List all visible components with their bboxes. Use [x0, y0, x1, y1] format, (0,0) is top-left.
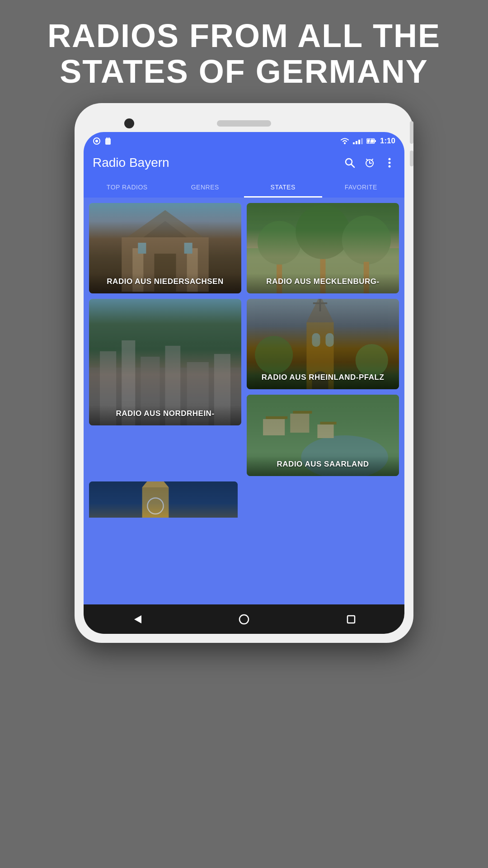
grid-item-rheinland[interactable]: RADIO AUS RHEINLAND-PFALZ — [247, 299, 399, 389]
svg-rect-56 — [266, 416, 287, 419]
page-title: RADIOS FROM ALL THE STATES OF GERMANY — [0, 0, 488, 103]
grid-item-mecklenburg[interactable]: RADIO AUS MECKLENBURG- — [247, 203, 399, 293]
title-line1: RADIOS FROM ALL THE — [47, 18, 441, 54]
phone-hardware-top — [84, 112, 404, 132]
grid-item-saarland[interactable]: RADIO AUS SAARLAND — [247, 395, 399, 476]
svg-line-17 — [371, 159, 373, 160]
tabs-bar: TOP RADIOS GENRES STATES FAVORITE — [84, 177, 404, 198]
svg-point-30 — [258, 221, 301, 264]
battery-icon — [366, 138, 376, 144]
svg-rect-3 — [106, 137, 107, 140]
app-title: Radio Bayern — [93, 156, 169, 170]
svg-point-31 — [296, 205, 350, 259]
phone-frame: 1:10 Radio Bayern — [75, 103, 413, 643]
speaker — [217, 120, 271, 127]
svg-rect-47 — [312, 333, 320, 347]
svg-point-32 — [342, 216, 391, 264]
home-button[interactable] — [238, 613, 250, 626]
tab-genres[interactable]: GENRES — [166, 177, 244, 198]
partial-bottom-row — [89, 481, 399, 518]
bottom-nav — [84, 604, 404, 634]
svg-point-18 — [389, 158, 391, 160]
status-bar: 1:10 — [84, 132, 404, 150]
svg-line-16 — [366, 159, 368, 160]
tab-states[interactable]: STATES — [244, 177, 322, 198]
more-options-icon[interactable] — [384, 157, 395, 169]
svg-rect-59 — [320, 422, 336, 425]
status-bar-right: 1:10 — [340, 137, 395, 146]
grid-item-niedersachsen[interactable]: RADIO AUS NIEDERSACHSEN — [89, 203, 241, 293]
search-icon[interactable] — [344, 157, 356, 169]
svg-point-20 — [389, 165, 391, 168]
svg-rect-66 — [347, 616, 355, 623]
time-display: 1:10 — [380, 137, 395, 146]
camera — [124, 118, 134, 128]
svg-rect-58 — [317, 425, 333, 438]
recents-button[interactable] — [345, 613, 357, 626]
rheinland-label: RADIO AUS RHEINLAND-PFALZ — [247, 369, 399, 389]
wifi-icon — [340, 137, 349, 145]
tab-favorite[interactable]: FAVORITE — [322, 177, 400, 198]
tab-top-radios[interactable]: TOP RADIOS — [88, 177, 166, 198]
svg-rect-57 — [293, 411, 312, 414]
signal-icon — [353, 138, 363, 144]
grid-item-nordrhein[interactable]: RADIO AUS NORDRHEIN- — [89, 299, 241, 425]
content-area: RADIO AUS NIEDERSACHSEN — [84, 198, 404, 604]
status-bar-left — [93, 137, 112, 145]
svg-point-50 — [255, 336, 293, 374]
svg-point-65 — [239, 615, 249, 624]
saarland-label: RADIO AUS SAARLAND — [247, 456, 399, 476]
alarm-icon[interactable] — [364, 157, 375, 169]
phone-screen: 1:10 Radio Bayern — [84, 132, 404, 634]
sd-card-icon — [104, 137, 112, 145]
mecklenburg-label: RADIO AUS MECKLENBURG- — [247, 274, 399, 293]
power-button — [410, 151, 413, 166]
svg-rect-5 — [109, 137, 110, 140]
svg-rect-55 — [290, 414, 309, 433]
partial-church — [89, 481, 238, 518]
svg-rect-27 — [184, 243, 192, 254]
sync-icon — [93, 137, 101, 145]
svg-rect-9 — [375, 140, 376, 142]
svg-rect-26 — [138, 243, 146, 254]
back-button[interactable] — [131, 613, 143, 626]
nordrhein-label: RADIO AUS NORDRHEIN- — [89, 406, 241, 425]
svg-point-1 — [95, 140, 98, 142]
app-header: Radio Bayern — [84, 150, 404, 177]
svg-line-12 — [352, 165, 355, 168]
svg-rect-54 — [263, 419, 285, 435]
svg-marker-64 — [134, 615, 141, 623]
title-line2: STATES OF GERMANY — [60, 53, 428, 90]
svg-point-6 — [344, 142, 346, 144]
svg-rect-48 — [326, 333, 334, 347]
states-grid: RADIO AUS NIEDERSACHSEN — [89, 203, 399, 476]
grid-item-partial[interactable] — [89, 481, 238, 518]
partial-bg — [89, 481, 238, 518]
niedersachsen-label: RADIO AUS NIEDERSACHSEN — [89, 274, 241, 293]
svg-rect-61 — [142, 487, 169, 518]
svg-rect-4 — [108, 137, 108, 140]
right-column: RADIO AUS RHEINLAND-PFALZ — [247, 299, 399, 476]
header-actions — [344, 157, 395, 169]
volume-button — [410, 121, 413, 144]
svg-point-19 — [389, 162, 391, 164]
